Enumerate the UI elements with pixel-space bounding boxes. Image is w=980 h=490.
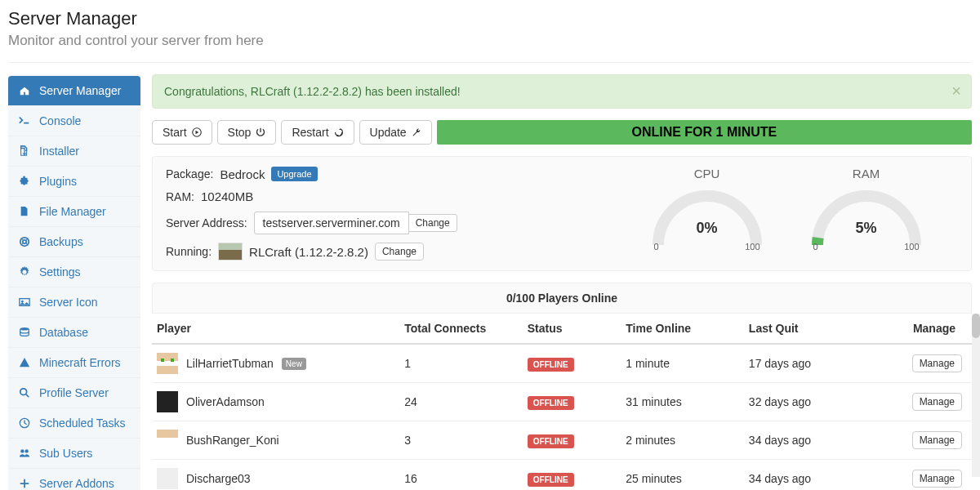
page-header: Server Manager Monitor and control your … bbox=[0, 0, 980, 62]
manage-button[interactable]: Manage bbox=[912, 393, 962, 411]
play-icon bbox=[192, 127, 202, 137]
start-button[interactable]: Start bbox=[152, 120, 212, 145]
status-badge: OFFLINE bbox=[528, 358, 574, 372]
sidebar-item-installer[interactable]: Installer bbox=[8, 136, 140, 166]
sidebar-item-minecraft-errors[interactable]: Minecraft Errors bbox=[8, 347, 140, 377]
change-address-button[interactable]: Change bbox=[408, 214, 457, 232]
stop-label: Stop bbox=[228, 126, 252, 139]
sidebar: Server ManagerConsoleInstallerPluginsFil… bbox=[8, 74, 140, 490]
connects-cell: 16 bbox=[398, 460, 521, 491]
sidebar-item-sub-users[interactable]: Sub Users bbox=[8, 438, 140, 468]
sidebar-item-plugins[interactable]: Plugins bbox=[8, 166, 140, 196]
stop-button[interactable]: Stop bbox=[217, 120, 277, 145]
close-icon[interactable]: × bbox=[951, 82, 961, 100]
connects-cell: 3 bbox=[398, 421, 521, 460]
table-row: BushRanger_Koni3OFFLINE2 minutes34 days … bbox=[152, 421, 972, 460]
life-ring-icon bbox=[18, 236, 31, 247]
update-button[interactable]: Update bbox=[359, 120, 432, 145]
sidebar-item-file-manager[interactable]: File Manager bbox=[8, 196, 140, 226]
time-cell: 2 minutes bbox=[619, 421, 742, 460]
address-label: Server Address: bbox=[166, 216, 247, 229]
sidebar-item-label: Settings bbox=[39, 265, 81, 278]
sidebar-item-database[interactable]: Database bbox=[8, 317, 140, 347]
home-icon bbox=[18, 85, 31, 96]
sidebar-item-profile-server[interactable]: Profile Server bbox=[8, 377, 140, 408]
player-name: LilHarrietTubman bbox=[186, 357, 274, 370]
cpu-arc bbox=[646, 184, 768, 249]
ram-max: 100 bbox=[904, 242, 919, 252]
update-label: Update bbox=[370, 126, 407, 139]
restart-button[interactable]: Restart bbox=[281, 120, 354, 145]
sidebar-item-backups[interactable]: Backups bbox=[8, 226, 140, 256]
players-header: 0/100 Players Online bbox=[152, 283, 972, 314]
svg-point-1 bbox=[23, 240, 26, 243]
warning-icon bbox=[18, 357, 31, 368]
sidebar-item-scheduled-tasks[interactable]: Scheduled Tasks bbox=[8, 408, 140, 438]
manage-button[interactable]: Manage bbox=[912, 431, 962, 449]
col-quit: Last Quit bbox=[742, 314, 890, 344]
running-label: Running: bbox=[166, 245, 212, 258]
address-value[interactable]: testserver.serverminer.com bbox=[254, 212, 409, 234]
ram-label: RAM: bbox=[166, 190, 194, 203]
plus-icon bbox=[18, 478, 31, 489]
table-scrollbar[interactable] bbox=[972, 314, 980, 477]
main-content: Congratulations, RLCraft (1.12.2-2.8.2) … bbox=[152, 74, 972, 490]
restart-label: Restart bbox=[292, 126, 328, 139]
ram-gauge: RAM 5% 0100 bbox=[799, 167, 933, 252]
alert-text: Congratulations, RLCraft (1.12.2-2.8.2) … bbox=[164, 85, 461, 98]
upgrade-button[interactable]: Upgrade bbox=[271, 167, 317, 181]
time-cell: 25 minutes bbox=[619, 460, 742, 491]
info-left: Package: Bedrock Upgrade RAM: 10240MB Se… bbox=[166, 167, 639, 261]
quit-cell: 17 days ago bbox=[742, 344, 890, 383]
table-row: OliverAdamson24OFFLINE31 minutes32 days … bbox=[152, 383, 972, 421]
ram-min: 0 bbox=[813, 242, 818, 252]
status-badge: OFFLINE bbox=[528, 434, 574, 448]
sidebar-item-label: Server Icon bbox=[39, 296, 98, 309]
col-player: Player bbox=[152, 314, 398, 344]
package-value: Bedrock bbox=[220, 167, 265, 181]
connects-cell: 1 bbox=[398, 344, 521, 383]
terminal-icon bbox=[18, 115, 31, 127]
page-subtitle: Monitor and control your server from her… bbox=[8, 33, 972, 49]
avatar bbox=[157, 430, 178, 451]
sidebar-item-console[interactable]: Console bbox=[8, 105, 140, 136]
refresh-icon bbox=[334, 127, 344, 137]
sidebar-item-label: Console bbox=[39, 114, 81, 127]
players-table: Player Total Connects Status Time Online… bbox=[152, 314, 972, 490]
package-label: Package: bbox=[166, 167, 213, 180]
new-badge: New bbox=[282, 358, 306, 370]
manage-button[interactable]: Manage bbox=[912, 354, 962, 372]
status-badge: OFFLINE bbox=[528, 396, 574, 410]
sidebar-item-settings[interactable]: Settings bbox=[8, 256, 140, 287]
puzzle-icon bbox=[18, 176, 31, 187]
avatar bbox=[157, 353, 178, 374]
sidebar-item-label: Server Addons bbox=[39, 477, 114, 490]
cpu-gauge: CPU 0% 0100 bbox=[639, 167, 774, 252]
sidebar-item-server-icon[interactable]: Server Icon bbox=[8, 287, 140, 317]
quit-cell: 34 days ago bbox=[742, 421, 890, 460]
ram-gauge-title: RAM bbox=[853, 167, 880, 180]
change-modpack-button[interactable]: Change bbox=[375, 243, 424, 261]
sidebar-item-server-manager[interactable]: Server Manager bbox=[8, 76, 140, 105]
sidebar-item-label: Plugins bbox=[39, 175, 77, 188]
col-connects: Total Connects bbox=[398, 314, 521, 344]
player-name: BushRanger_Koni bbox=[186, 434, 279, 447]
col-time: Time Online bbox=[619, 314, 742, 344]
info-panel: Package: Bedrock Upgrade RAM: 10240MB Se… bbox=[152, 156, 972, 271]
page-title: Server Manager bbox=[8, 8, 972, 29]
download-icon bbox=[18, 145, 31, 157]
col-status: Status bbox=[521, 314, 619, 344]
table-header-row: Player Total Connects Status Time Online… bbox=[152, 314, 972, 344]
install-alert: Congratulations, RLCraft (1.12.2-2.8.2) … bbox=[152, 74, 972, 109]
sidebar-item-label: Installer bbox=[39, 145, 79, 158]
sidebar-item-label: Profile Server bbox=[39, 386, 109, 399]
header-divider bbox=[8, 62, 972, 63]
manage-button[interactable]: Manage bbox=[912, 470, 962, 488]
toolbar: Start Stop Restart Update ONLINE FOR 1 M… bbox=[152, 120, 972, 145]
sidebar-item-server-addons[interactable]: Server Addons bbox=[8, 468, 140, 490]
gauges: CPU 0% 0100 RAM 5% 0100 bbox=[639, 167, 958, 252]
image-icon bbox=[18, 296, 31, 308]
sidebar-item-label: Minecraft Errors bbox=[39, 356, 121, 369]
sidebar-item-label: Database bbox=[39, 326, 88, 339]
sidebar-item-label: Scheduled Tasks bbox=[39, 416, 126, 430]
